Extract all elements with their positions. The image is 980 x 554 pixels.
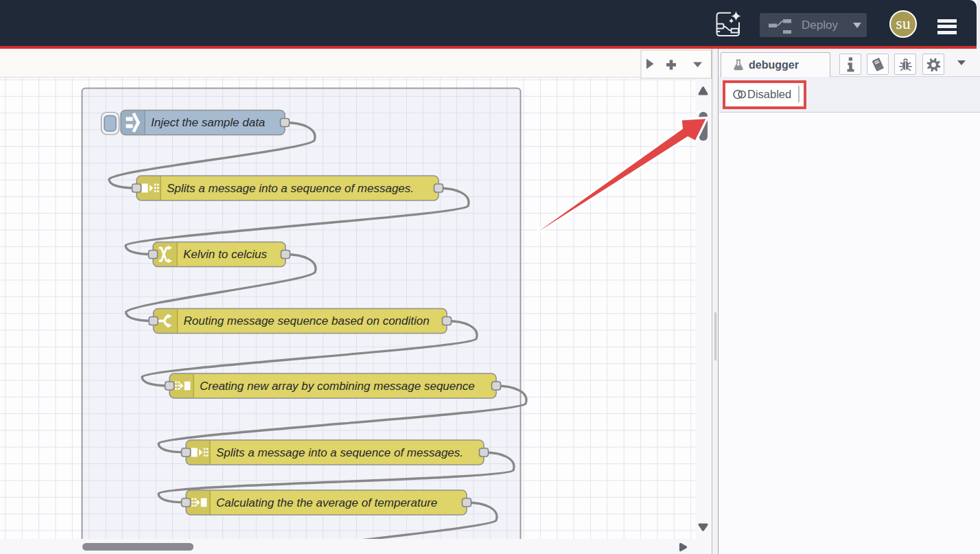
svg-text:Calculating the the average of: Calculating the the average of temperatu…	[216, 496, 437, 509]
svg-text:Splits a message into a sequen: Splits a message into a sequence of mess…	[216, 446, 463, 459]
svg-text:Kelvin to celcius: Kelvin to celcius	[183, 248, 267, 261]
svg-text:Creating new array by combinin: Creating new array by combining message …	[200, 380, 475, 393]
svg-text:Inject the sample data: Inject the sample data	[151, 116, 265, 129]
svg-text:Routing message sequence based: Routing message sequence based on condit…	[184, 314, 430, 327]
svg-text:Splits a message into a sequen: Splits a message into a sequence of mess…	[167, 182, 414, 195]
